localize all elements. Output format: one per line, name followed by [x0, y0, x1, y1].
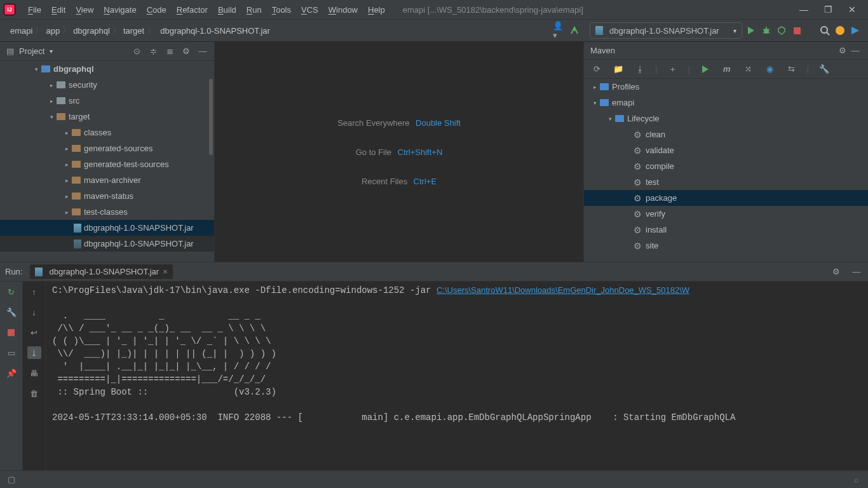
maximize-button[interactable]: ❐	[824, 5, 832, 14]
layout-icon[interactable]: ▭	[5, 346, 18, 359]
tree-node-jar-original[interactable]: dbgraphql-1.0-SNAPSHOT.jar	[0, 236, 214, 252]
menu-refactor[interactable]: Refactor	[172, 3, 213, 17]
clear-icon[interactable]: 🗑	[28, 387, 41, 400]
crumb-1[interactable]: app	[42, 25, 64, 37]
tree-node-maven-status[interactable]: ▸maven-status	[0, 188, 214, 204]
updates-icon[interactable]	[834, 24, 846, 37]
pin-icon[interactable]: 📌	[5, 367, 18, 379]
settings-icon[interactable]: ⚙	[836, 44, 849, 57]
chevron-down-icon[interactable]: ▾	[50, 48, 53, 55]
maven-phase-test[interactable]: ⚙test	[584, 174, 868, 190]
crumb-3[interactable]: target	[119, 25, 148, 37]
tool-settings-icon[interactable]: 🔧	[818, 63, 831, 76]
m-icon[interactable]: m	[721, 63, 733, 76]
maven-phase-site[interactable]: ⚙site	[584, 238, 868, 254]
jar-icon	[74, 224, 81, 233]
soft-wrap-icon[interactable]: ↩	[28, 326, 41, 339]
scroll-end-icon[interactable]: ⤓	[27, 346, 41, 359]
menu-window[interactable]: Window	[323, 3, 363, 17]
maven-phase-validate[interactable]: ⚙validate	[584, 142, 868, 158]
wrench-icon[interactable]: 🔧	[5, 306, 18, 318]
scrollbar-thumb[interactable]	[209, 79, 213, 155]
maven-lifecycle[interactable]: ▾Lifecycle	[584, 111, 868, 126]
maven-profiles[interactable]: ▸Profiles	[584, 79, 868, 95]
coverage-button[interactable]	[775, 24, 788, 37]
tree-node-maven-archiver[interactable]: ▸maven-archiver	[0, 172, 214, 188]
menu-tools[interactable]: Tools	[267, 3, 296, 17]
console-output[interactable]: C:\ProgFiles\Java\jdk-17\bin\java.exe -D…	[46, 281, 868, 470]
toggle-skip-tests-icon[interactable]: ⤭	[742, 63, 755, 76]
breadcrumb: emapi〉app〉dbgraphql〉target〉dbgraphql-1.0…	[6, 25, 274, 37]
maven-phase-clean[interactable]: ⚙clean	[584, 126, 868, 142]
maven-phase-install[interactable]: ⚙install	[584, 222, 868, 238]
close-button[interactable]: ✕	[848, 5, 857, 14]
tree-label: target	[69, 112, 90, 121]
tree-node-generated-test-sources[interactable]: ▸generated-test-sources	[0, 156, 214, 172]
ide-run-anything-icon[interactable]	[849, 24, 862, 37]
minimize-button[interactable]: ―	[799, 5, 808, 14]
close-tab-icon[interactable]: ×	[163, 267, 168, 276]
phase-label: validate	[646, 146, 674, 155]
tree-node-classes[interactable]: ▸classes	[0, 125, 214, 140]
menu-edit[interactable]: Edit	[46, 3, 71, 17]
run-tab[interactable]: dbgraphql-1.0-SNAPSHOT.jar ×	[30, 264, 172, 279]
project-view-icon[interactable]: ▤	[5, 45, 15, 58]
menu-build[interactable]: Build	[213, 3, 241, 17]
run-maven-icon[interactable]	[699, 63, 712, 76]
crumb-2[interactable]: dbgraphql	[69, 25, 114, 37]
rerun-icon[interactable]: ↻	[5, 285, 18, 298]
search-icon[interactable]	[818, 24, 831, 37]
search-status-icon[interactable]: ⌕	[850, 473, 863, 486]
jar-path-link[interactable]: C:\Users\SantroW11\Downloads\EmGenDir_Jo…	[437, 285, 689, 295]
stop-icon[interactable]	[5, 326, 18, 339]
generate-sources-icon[interactable]: 📁	[612, 63, 625, 76]
users-icon[interactable]: 👤▾	[553, 24, 566, 37]
debug-button[interactable]	[760, 24, 773, 37]
maven-tree[interactable]: ▸Profiles ▾emapi ▾Lifecycle ⚙clean⚙valid…	[584, 79, 868, 262]
tree-node-dbgraphql[interactable]: ▾dbgraphql	[0, 61, 214, 77]
build-icon[interactable]	[568, 24, 581, 37]
select-opened-icon[interactable]: ⊙	[130, 45, 143, 58]
stop-button[interactable]	[790, 24, 803, 37]
up-icon[interactable]: ↑	[28, 285, 41, 298]
print-icon[interactable]: 🖶	[28, 367, 41, 379]
hide-icon[interactable]: ―	[850, 266, 863, 278]
maven-phase-verify[interactable]: ⚙verify	[584, 206, 868, 222]
menu-navigate[interactable]: Navigate	[98, 3, 141, 17]
download-icon[interactable]: ⭳	[634, 63, 646, 76]
settings-icon[interactable]: ⚙	[830, 266, 843, 278]
phase-label: site	[646, 241, 658, 250]
project-tree[interactable]: ▾dbgraphql ▸security ▸src ▾target ▸class…	[0, 61, 214, 262]
maven-project-emapi[interactable]: ▾emapi	[584, 95, 868, 111]
menu-file[interactable]: File	[23, 3, 46, 17]
hide-icon[interactable]: ―	[196, 45, 209, 58]
hide-icon[interactable]: ―	[849, 44, 862, 57]
settings-icon[interactable]: ⚙	[180, 45, 193, 58]
show-deps-icon[interactable]: ⇆	[785, 63, 798, 76]
tree-node-security[interactable]: ▸security	[0, 77, 214, 93]
tree-node-target[interactable]: ▾target	[0, 109, 214, 125]
tree-node-src[interactable]: ▸src	[0, 93, 214, 109]
menu-code[interactable]: Code	[142, 3, 172, 17]
maven-phase-package[interactable]: ⚙package	[584, 190, 868, 206]
menu-view[interactable]: View	[71, 3, 98, 17]
tip-goto: Go to File Ctrl+Shift+N	[356, 146, 443, 158]
menu-help[interactable]: Help	[363, 3, 390, 17]
tree-node-test-classes[interactable]: ▸test-classes	[0, 204, 214, 220]
down-icon[interactable]: ↓	[28, 306, 41, 318]
run-config-selector[interactable]: dbgraphql-1.0-SNAPSHOT.jar ▾	[590, 22, 742, 39]
expand-all-icon[interactable]: ≑	[147, 45, 159, 58]
menu-run[interactable]: Run	[241, 3, 267, 17]
maven-phase-compile[interactable]: ⚙compile	[584, 158, 868, 174]
tree-node-jar-selected[interactable]: dbgraphql-1.0-SNAPSHOT.jar	[0, 220, 214, 236]
add-icon[interactable]: ＋	[666, 63, 679, 76]
crumb-4[interactable]: dbgraphql-1.0-SNAPSHOT.jar	[154, 25, 274, 37]
toggle-offline-icon[interactable]: ◉	[764, 63, 776, 76]
tree-node-generated-sources[interactable]: ▸generated-sources	[0, 140, 214, 156]
collapse-all-icon[interactable]: ≣	[163, 45, 176, 58]
crumb-0[interactable]: emapi	[6, 25, 36, 37]
reload-icon[interactable]: ⟳	[590, 63, 603, 76]
menu-vcs[interactable]: VCS	[296, 3, 323, 17]
tool-windows-icon[interactable]: ▢	[5, 473, 18, 486]
run-button[interactable]	[745, 24, 757, 37]
